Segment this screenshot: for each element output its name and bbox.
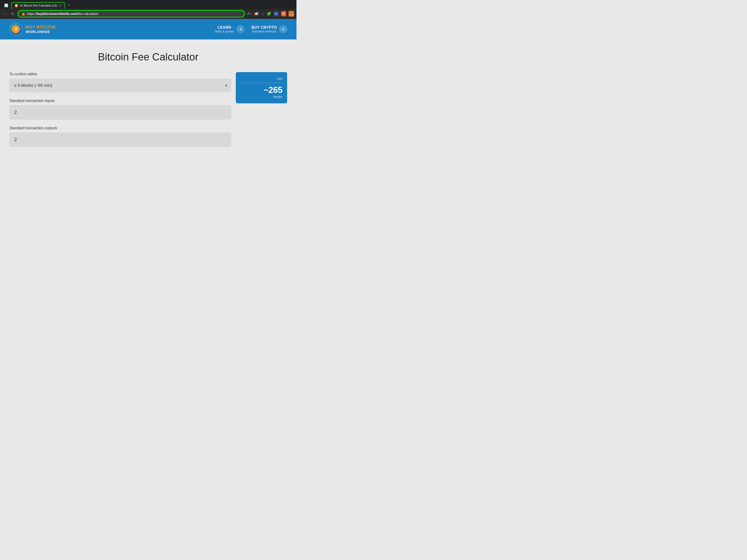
result-panel: sate ~265 vbytes xyxy=(236,72,287,103)
nav-buy-crypto[interactable]: BUY CRYPTO Payment methods ▾ xyxy=(251,25,287,33)
nav-buy-label: BUY CRYPTO Payment methods xyxy=(251,25,277,33)
browser-chrome: ⬜ ₿ #1 Bitcoin Fee Calculator & Estin ✕ … xyxy=(0,0,297,19)
extensions-icon[interactable]: 🧩 xyxy=(266,12,271,16)
favorites-icon[interactable]: ☆ xyxy=(261,12,264,16)
back-button[interactable]: ← xyxy=(2,11,8,17)
tab-bar: ⬜ ₿ #1 Bitcoin Fee Calculator & Estin ✕ … xyxy=(0,2,297,9)
inputs-field[interactable] xyxy=(9,105,231,119)
result-unit: vbytes xyxy=(240,95,282,99)
confirm-select[interactable]: ≤ 6 blocks (~60 min) xyxy=(9,79,231,92)
logo-btc-icon: ₿ xyxy=(12,25,20,33)
main-content: Bitcoin Fee Calculator To confirm within… xyxy=(0,39,297,163)
nav-learn-label: LEARN Stats & guides xyxy=(214,25,234,33)
inputs-label: Standard transaction inputs xyxy=(9,99,231,103)
new-tab-button[interactable]: + xyxy=(66,2,72,9)
logo-globe: ₿ xyxy=(9,23,22,36)
browser-actions: A↕ 📢 ☆ 🧩 W B 🦊 xyxy=(247,11,294,17)
confirm-select-wrapper: ≤ 6 blocks (~60 min) ▾ xyxy=(9,79,231,92)
confirm-label: To confirm within xyxy=(9,72,231,76)
tab-close-button[interactable]: ✕ xyxy=(59,4,61,7)
nav-learn[interactable]: LEARN Stats & guides ▾ xyxy=(214,25,244,33)
learn-chevron-icon[interactable]: ▾ xyxy=(236,25,244,33)
result-sate-label: sate xyxy=(240,77,282,80)
tab-title: #1 Bitcoin Fee Calculator & Estin xyxy=(20,4,57,7)
active-tab[interactable]: ₿ #1 Bitcoin Fee Calculator & Estin ✕ xyxy=(11,2,65,9)
window-controls: ⬜ xyxy=(2,3,10,8)
outputs-field[interactable] xyxy=(9,133,231,147)
logo-text: BUY BITCOIN WORLDWIDE xyxy=(26,25,56,34)
metamask-icon[interactable]: 🦊 xyxy=(288,11,294,17)
reload-button[interactable]: ↻ xyxy=(10,11,15,17)
logo-bottom-text: WORLDWIDE xyxy=(26,30,56,34)
outputs-label: Standard transaction outputs xyxy=(9,126,231,130)
tab-favicon: ₿ xyxy=(15,4,18,7)
url-base: buybitcoinworldwide.com xyxy=(37,12,77,16)
lock-icon: 🔒 xyxy=(22,12,25,16)
logo-top-text: BUY BITCOIN xyxy=(26,25,56,30)
wallet-icon[interactable]: W xyxy=(274,11,279,16)
brave-icon[interactable]: B xyxy=(281,11,286,16)
address-bar-row: ← ↻ 🔒 https://buybitcoinworldwide.com/fe… xyxy=(0,9,297,19)
url-display[interactable]: https://buybitcoinworldwide.com/fee-calc… xyxy=(27,12,241,16)
nav-area: LEARN Stats & guides ▾ BUY CRYPTO Paymen… xyxy=(214,25,287,33)
window-icon: ⬜ xyxy=(4,3,8,7)
logo-area[interactable]: ₿ BUY BITCOIN WORLDWIDE xyxy=(9,23,56,36)
page-title: Bitcoin Fee Calculator xyxy=(9,51,287,63)
address-bar[interactable]: 🔒 https://buybitcoinworldwide.com/fee-ca… xyxy=(18,10,245,18)
read-aloud-icon[interactable]: 📢 xyxy=(254,12,259,16)
calculator-layout: To confirm within ≤ 6 blocks (~60 min) ▾… xyxy=(9,72,287,153)
calculator-form: To confirm within ≤ 6 blocks (~60 min) ▾… xyxy=(9,72,231,153)
site-header: ₿ BUY BITCOIN WORLDWIDE LEARN Stats & gu… xyxy=(0,19,297,39)
buy-crypto-chevron-icon[interactable]: ▾ xyxy=(279,25,287,33)
result-value: ~265 xyxy=(240,85,282,95)
reader-mode-icon[interactable]: A↕ xyxy=(247,12,252,16)
